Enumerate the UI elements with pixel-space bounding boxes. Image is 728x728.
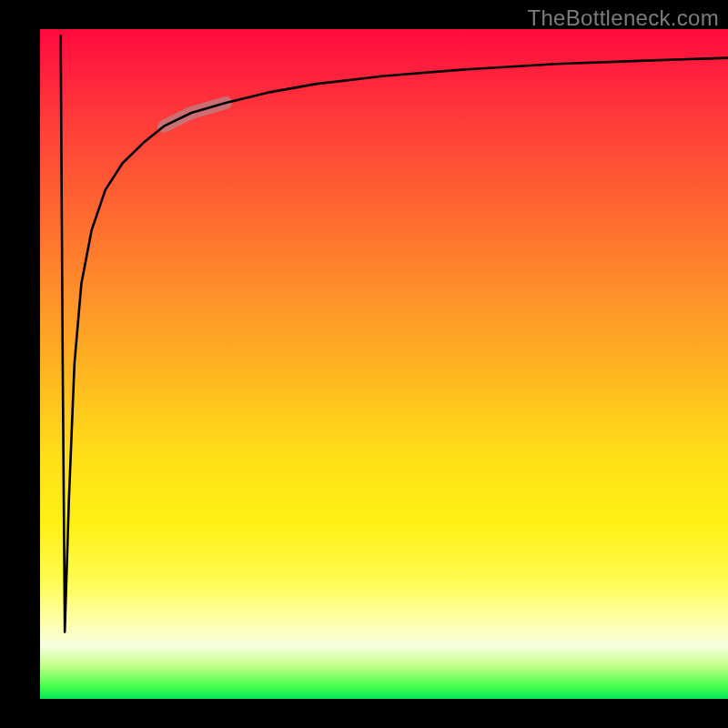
plot-area [40, 29, 728, 699]
watermark-text: TheBottleneck.com [527, 5, 719, 31]
chart-stage: TheBottleneck.com [0, 0, 728, 728]
curve-svg [40, 29, 728, 699]
